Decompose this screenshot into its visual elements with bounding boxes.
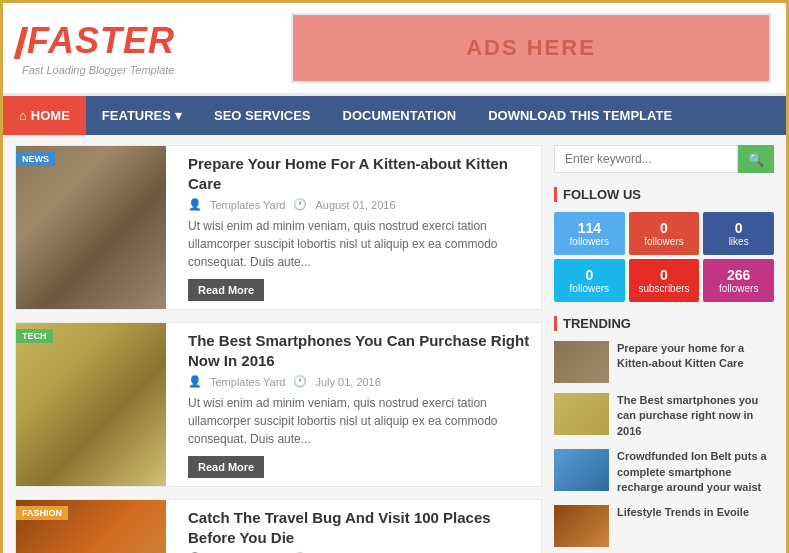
twitter-button[interactable]: 114 followers [554,212,625,255]
trending-item-title[interactable]: Lifestyle Trends in Evoile [617,505,749,520]
article-title[interactable]: Prepare Your Home For A Kitten-about Kit… [188,154,531,193]
logo[interactable]: FASTER [18,20,175,62]
logo-tagline: Fast Loading Blogger Template [22,64,175,76]
trending-item: The Best smartphones you can purchase ri… [554,393,774,439]
article-card: FASHION www.theritagechristiancollege.co… [15,499,542,553]
article-card: TECH The Best Smartphones You Can Purcha… [15,322,542,487]
trending-item: Crowdfunded Ion Belt puts a complete sma… [554,449,774,495]
vimeo-button[interactable]: 0 followers [554,259,625,302]
trending-item: Lifestyle Trends in Evoile [554,505,774,547]
nav-features[interactable]: FEATURES ▾ [86,96,198,135]
search-box: 🔍 [554,145,774,173]
trending-image [554,449,609,491]
articles-column: NEWS Prepare Your Home For A Kitten-abou… [15,145,554,553]
article-meta: 👤 Templates Yard 🕐 August 01, 2016 [188,198,531,211]
instagram-button[interactable]: 266 followers [703,259,774,302]
trending-item-title[interactable]: The Best smartphones you can purchase ri… [617,393,774,439]
search-input[interactable] [554,145,738,173]
article-tag: FASHION [16,506,68,520]
clock-icon: 🕐 [293,375,307,388]
article-title[interactable]: Catch The Travel Bug And Visit 100 Place… [188,508,531,547]
trending-image [554,505,609,547]
nav-seo[interactable]: SEO SERVICES [198,96,327,135]
author-icon: 👤 [188,375,202,388]
article-author: Templates Yard [210,199,285,211]
nav-home[interactable]: ⌂ HOME [3,96,86,135]
read-more-button[interactable]: Read More [188,456,264,478]
article-body: Catch The Travel Bug And Visit 100 Place… [178,500,541,553]
article-excerpt: Ut wisi enim ad minim veniam, quis nostr… [188,217,531,271]
trending-item: Prepare your home for a Kitten-about Kit… [554,341,774,383]
logo-area: FASTER Fast Loading Blogger Template [18,20,175,76]
article-tag: TECH [16,329,53,343]
trending-image [554,341,609,383]
trending-item-title[interactable]: Prepare your home for a Kitten-about Kit… [617,341,774,372]
social-grid: 114 followers 0 followers 0 likes 0 foll… [554,212,774,302]
article-date: July 01, 2016 [315,376,380,388]
article-image: FASHION www.theritagechristiancollege.co… [16,500,166,553]
trending-title: TRENDING [554,316,774,331]
article-body: Prepare Your Home For A Kitten-about Kit… [178,146,541,309]
home-icon: ⌂ [19,108,27,123]
author-icon: 👤 [188,198,202,211]
nav-docs[interactable]: DOCUMENTATION [327,96,473,135]
facebook-button[interactable]: 0 likes [703,212,774,255]
article-body: The Best Smartphones You Can Purchase Ri… [178,323,541,486]
gplus-button[interactable]: 0 followers [629,212,700,255]
article-date: August 01, 2016 [315,199,395,211]
article-meta: 👤 Templates Yard 🕐 July 01, 2016 [188,375,531,388]
article-image: NEWS [16,146,166,309]
follow-us-title: FOLLOW US [554,187,774,202]
sidebar: 🔍 FOLLOW US 114 followers 0 followers 0 … [554,145,774,553]
article-excerpt: Ut wisi enim ad minim veniam, quis nostr… [188,394,531,448]
clock-icon: 🕐 [293,198,307,211]
dropdown-icon: ▾ [175,108,182,123]
article-tag: NEWS [16,152,55,166]
navbar: ⌂ HOME FEATURES ▾ SEO SERVICES DOCUMENTA… [3,96,786,135]
article-image: TECH [16,323,166,486]
search-button[interactable]: 🔍 [738,145,774,173]
article-card: NEWS Prepare Your Home For A Kitten-abou… [15,145,542,310]
main-content: NEWS Prepare Your Home For A Kitten-abou… [3,135,786,553]
youtube-button[interactable]: 0 subscribers [629,259,700,302]
read-more-button[interactable]: Read More [188,279,264,301]
header: FASTER Fast Loading Blogger Template ADS… [3,3,786,96]
trending-image [554,393,609,435]
ads-banner[interactable]: ADS HERE [291,13,771,83]
nav-download[interactable]: DOWNLOAD THIS TEMPLATE [472,96,688,135]
article-author: Templates Yard [210,376,285,388]
trending-item-title[interactable]: Crowdfunded Ion Belt puts a complete sma… [617,449,774,495]
article-title[interactable]: The Best Smartphones You Can Purchase Ri… [188,331,531,370]
